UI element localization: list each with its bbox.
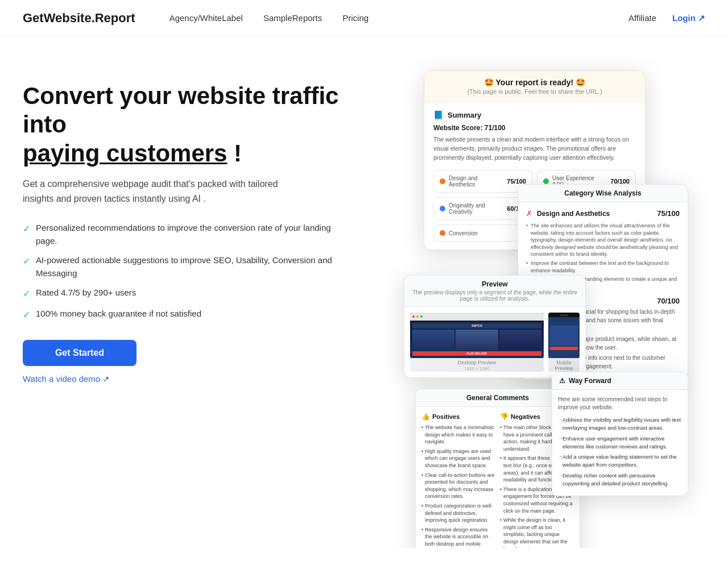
metric-dot: [440, 178, 445, 184]
feature-item: ✓ 100% money back guarantee if not satis…: [23, 307, 341, 322]
wayforward-card: ⚠ Way Forward Here are some recommended …: [552, 372, 688, 496]
report-banner-title: 🤩 Your report is ready! 🤩: [433, 78, 636, 87]
close-dot: [412, 315, 415, 318]
score-line: Website Score: 71/100: [433, 124, 636, 132]
nav-right: Affiliate Login ↗: [628, 13, 705, 23]
wayforward-item: Enhance user engagement with interactive…: [558, 435, 682, 451]
mobile-label: Mobile Preview: [548, 358, 580, 372]
comments-title: General Comments: [423, 394, 573, 402]
hero-left: Convert your website traffic into paying…: [23, 70, 341, 384]
nav-affiliate[interactable]: Affiliate: [628, 13, 656, 23]
nav-links: Agency/WhiteLabel SampleReports Pricing: [169, 13, 628, 23]
report-banner-sub: (This page is public. Feel free to share…: [433, 88, 636, 95]
positive-item: The website has a minimalistic design wh…: [421, 424, 495, 446]
wayforward-header: ⚠ Way Forward: [552, 372, 688, 390]
thumbs-up-icon: 👍: [421, 413, 430, 421]
nav-login[interactable]: Login ↗: [672, 13, 705, 23]
screen-img-3: [499, 330, 541, 350]
desktop-dim: 1920 × 1080: [410, 366, 544, 371]
feature-item: ✓ AI-powered actionable suggestions to i…: [23, 254, 341, 280]
category-name: Design and Aesthetics: [537, 210, 652, 218]
screen-nav: SNITCH: [412, 323, 541, 329]
mobile-screen: [548, 313, 580, 358]
positive-item: High quality images are used which can e…: [421, 448, 495, 469]
screen-promo: FLAT 25% OFF: [412, 351, 541, 356]
hero-section: Convert your website traffic into paying…: [0, 36, 728, 491]
category-score: 75/100: [657, 209, 680, 218]
screen-main: [412, 330, 541, 350]
hero-features-list: ✓ Personalized recommendations to improv…: [23, 222, 341, 322]
footer-space: [0, 491, 728, 548]
preview-body: SNITCH FLAT 25% OFF: [404, 307, 585, 377]
wayforward-title: ⚠ Way Forward: [559, 377, 681, 385]
preview-subtitle: The preview displays only a segment of t…: [411, 289, 578, 302]
check-icon: ✓: [23, 308, 30, 322]
browser-bar: [410, 313, 544, 321]
screen-img-2: [456, 330, 498, 350]
negative-item: While the design is clean, it might come…: [500, 517, 574, 548]
hero-title-line2: paying customers: [23, 140, 227, 167]
summary-bar: 📘 Summary: [433, 110, 636, 119]
summary-text: The website presents a clean and modern …: [433, 135, 636, 162]
positive-item: Clear call-to-action buttons are present…: [421, 472, 495, 500]
wayforward-item: Develop richer content with persuasive c…: [558, 472, 682, 488]
check-icon: ✓: [23, 287, 30, 301]
nav-pricing[interactable]: Pricing: [342, 13, 369, 23]
hero-cta: Get Started Watch a video demo ↗: [23, 340, 341, 384]
wayforward-title-text: Way Forward: [569, 377, 611, 385]
warning-icon: ⚠: [559, 377, 565, 385]
feature-text: Personalized recommendations to improve …: [36, 222, 341, 247]
navigation: GetWebsite.Report Agency/WhiteLabel Samp…: [0, 0, 728, 36]
feature-text: Rated 4.7/5 by 290+ users: [36, 286, 136, 300]
hero-title: Convert your website traffic into paying…: [23, 82, 341, 168]
report-mockup: 🤩 Your report is ready! 🤩 (This page is …: [381, 70, 688, 457]
wayforward-subtitle: Here are some recommended next steps to …: [558, 396, 682, 411]
mobile-screenshot: Mobile Preview: [548, 313, 580, 372]
hero-title-suffix: !: [227, 140, 242, 167]
summary-icon: 📘: [433, 110, 443, 119]
feature-item: ✓ Rated 4.7/5 by 290+ users: [23, 286, 341, 301]
hero-right: 🤩 Your report is ready! 🤩 (This page is …: [364, 70, 705, 457]
analysis-header: Category Wise Analysis: [518, 185, 688, 202]
preview-title: Preview: [411, 280, 578, 288]
wayforward-item: Add a unique value leading statement to …: [558, 453, 682, 469]
feature-item: ✓ Personalized recommendations to improv…: [23, 222, 341, 247]
summary-label: Summary: [448, 111, 481, 119]
mobile-nav: [550, 319, 578, 325]
metric-name: Design and Aesthetics: [449, 175, 503, 188]
mobile-promo: [550, 347, 578, 350]
positive-item: Responsive design ensures the website is…: [421, 526, 495, 548]
positives-col: 👍 Positives The website has a minimalist…: [421, 413, 495, 548]
desktop-screenshot: SNITCH FLAT 25% OFF: [410, 313, 544, 372]
mobile-bar: [548, 313, 580, 317]
positives-label: Positives: [432, 413, 460, 420]
feature-text: AI-powered actionable suggestions to imp…: [36, 254, 341, 280]
screen-content: SNITCH FLAT 25% OFF: [410, 321, 544, 358]
preview-card: Preview The preview displays only a segm…: [404, 275, 586, 378]
nav-agency[interactable]: Agency/WhiteLabel: [169, 13, 243, 23]
mobile-content: [548, 317, 580, 352]
get-started-button[interactable]: Get Started: [23, 340, 136, 366]
negatives-label: Negatives: [511, 413, 540, 420]
bullet-item: The site enhances and utilizes the visua…: [526, 222, 680, 258]
check-icon: ✓: [23, 222, 30, 236]
nav-sample-reports[interactable]: SampleReports: [263, 13, 322, 23]
thumbs-down-icon: 👎: [500, 413, 508, 421]
bullet-item: Improve the contrast between the text an…: [526, 260, 680, 274]
max-dot: [420, 315, 423, 318]
feature-text: 100% money back guarantee if not satisfi…: [36, 307, 201, 321]
wayforward-body: Here are some recommended next steps to …: [552, 390, 688, 496]
mobile-notch: [560, 314, 568, 316]
promo-text: FLAT 25% OFF: [467, 352, 487, 355]
analysis-category: ✗ Design and Aesthetics 75/100: [526, 209, 680, 218]
screen-brand: SNITCH: [471, 324, 482, 327]
mobile-hero: [550, 326, 578, 346]
metric-dot: [440, 230, 445, 236]
hero-subtitle: Get a comprehensive webpage audit that's…: [23, 177, 296, 206]
positives-header: 👍 Positives: [421, 413, 495, 421]
metric-name: Originality and Creativity: [449, 202, 503, 215]
positive-item: Product categorization is well-defined a…: [421, 502, 495, 524]
site-logo[interactable]: GetWebsite.Report: [23, 11, 135, 26]
video-demo-link[interactable]: Watch a video demo ↗: [23, 374, 110, 384]
hero-title-line1: Convert your website traffic into: [23, 82, 338, 138]
